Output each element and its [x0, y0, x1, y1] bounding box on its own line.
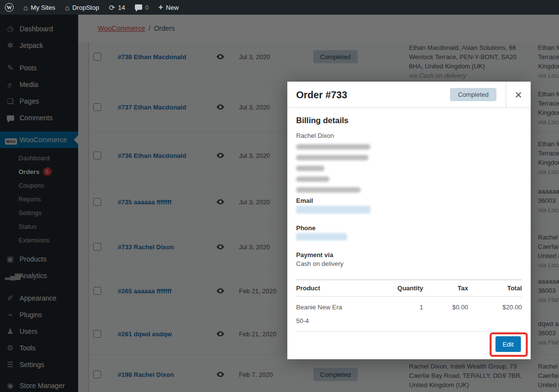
- quantity-header: Quantity: [378, 284, 423, 292]
- redacted-email-value[interactable]: [296, 206, 370, 214]
- product-name: Beanie New Era: [296, 304, 342, 311]
- quantity-cell: 1: [378, 304, 423, 327]
- updates-menu[interactable]: ⟳ 14: [104, 0, 130, 15]
- edit-button[interactable]: Edit: [495, 336, 521, 352]
- new-label: New: [166, 4, 179, 11]
- product-header: Product: [296, 284, 378, 292]
- email-label: Email: [296, 197, 313, 204]
- total-header: Total: [468, 284, 522, 292]
- site-name: DropStop: [72, 4, 99, 11]
- product-cell: Beanie New Era 50-4: [296, 304, 378, 327]
- comments-bubble-icon: [135, 4, 142, 11]
- site-menu[interactable]: ⌂ DropStop: [60, 0, 104, 15]
- admin-bar: W ⌂ My Sites ⌂ DropStop ⟳ 14 0 + New: [0, 0, 559, 15]
- modal-status-badge: Completed: [450, 88, 496, 101]
- modal-title: Order #733: [296, 89, 347, 100]
- order-items-table: Product Quantity Tax Total Beanie New Er…: [296, 280, 522, 332]
- order-preview-modal: Order #733 Completed ✕ Billing details R…: [287, 82, 531, 359]
- plus-icon: +: [158, 3, 163, 12]
- redacted-billing-address: [296, 144, 370, 198]
- home-icon: ⌂: [65, 4, 69, 11]
- page: WooCommerce / Orders #738 Ethan Macdonal…: [0, 0, 559, 392]
- new-content-menu[interactable]: + New: [153, 0, 183, 15]
- tax-cell: $0.00: [423, 304, 468, 327]
- redacted-line: [296, 144, 370, 150]
- redacted-line: [296, 166, 324, 171]
- update-count: 14: [118, 4, 125, 11]
- modal-header: Order #733 Completed ✕: [287, 82, 531, 108]
- billing-customer-name: Rachel Dixon: [296, 132, 334, 139]
- redacted-phone-value[interactable]: [296, 233, 347, 240]
- redacted-line: [296, 187, 361, 193]
- total-cell: $20.00: [468, 304, 522, 327]
- wordpress-logo-icon: W: [5, 3, 14, 12]
- product-variant: 50-4: [296, 317, 378, 325]
- comment-count: 0: [145, 4, 149, 11]
- comments-menu[interactable]: 0: [130, 0, 153, 15]
- wordpress-menu[interactable]: W: [0, 0, 19, 15]
- order-item-row: Beanie New Era 50-4 1 $0.00 $20.00: [296, 297, 522, 332]
- redacted-line: [296, 155, 368, 160]
- order-items-header: Product Quantity Tax Total: [296, 280, 522, 297]
- my-sites-icon: ⌂: [23, 4, 28, 11]
- my-sites-label: My Sites: [31, 4, 55, 11]
- my-sites-menu[interactable]: ⌂ My Sites: [19, 0, 60, 15]
- billing-details-heading: Billing details: [296, 116, 348, 125]
- redacted-line: [296, 176, 329, 182]
- phone-label: Phone: [296, 224, 316, 232]
- payment-method-value: Cash on delivery: [296, 260, 344, 267]
- payment-via-label: Payment via: [296, 251, 333, 259]
- tax-header: Tax: [423, 284, 468, 292]
- updates-icon: ⟳: [109, 4, 115, 11]
- close-icon[interactable]: ✕: [506, 82, 531, 108]
